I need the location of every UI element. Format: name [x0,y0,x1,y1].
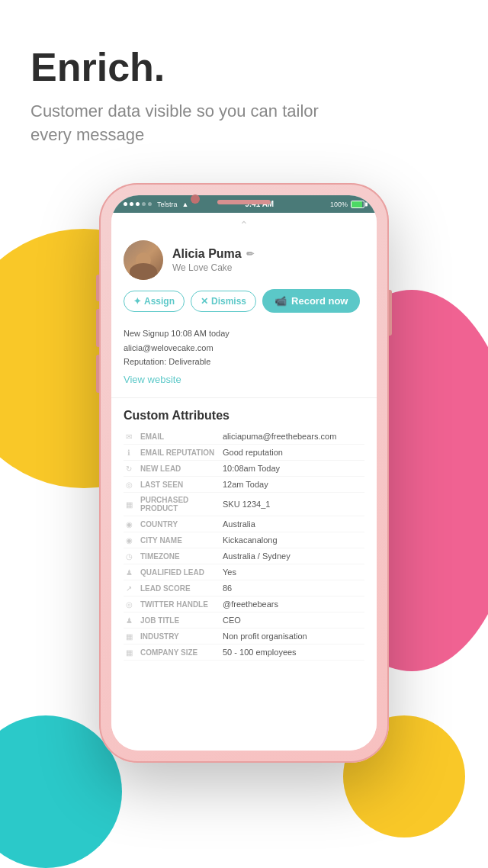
phone-volume-down-button [96,355,99,393]
contact-name: Alicia Puma ✏ [172,247,364,261]
attribute-icon: ◎ [124,600,134,609]
avatar-image [124,240,163,280]
attribute-label: CITY NAME [140,536,217,545]
status-left: Telstra ▲ [124,201,188,208]
attribute-label: LAST SEEN [140,481,217,489]
record-icon: 📹 [274,295,287,307]
attribute-icon: ℹ [124,448,134,457]
attributes-list: ✉ EMAIL aliciapuma@freethebears.com ℹ EM… [124,429,364,661]
attribute-row: ↗ LEAD SCORE 86 [124,580,364,596]
battery-icon [351,201,364,208]
edit-icon[interactable]: ✏ [246,249,254,259]
chevron-up-icon[interactable]: ⌃ [111,213,377,234]
view-website-link[interactable]: View website [124,374,364,385]
phone-screen: Telstra ▲ 9:41 AM 100% ⌃ [111,195,377,751]
attribute-icon: ◎ [124,481,134,489]
avatar [124,240,163,280]
attribute-icon: ♟ [124,568,134,577]
attribute-label: LEAD SCORE [140,584,217,593]
contact-header: Alicia Puma ✏ We Love Cake [111,234,377,289]
record-button[interactable]: 📹 Record now [262,289,360,313]
attribute-label: INDUSTRY [140,632,217,641]
attribute-value: Australia / Sydney [223,551,364,561]
attribute-value: Non profit organisation [223,632,364,641]
attribute-label: TIMEZONE [140,552,217,561]
assign-icon: ✦ [133,296,141,307]
carrier-label: Telstra [157,201,178,208]
attribute-row: ▦ PURCHASED PRODUCT SKU 1234_1 [124,493,364,516]
custom-attributes-section: Custom Attributes ✉ EMAIL aliciapuma@fre… [111,404,377,661]
attribute-label: NEW LEAD [140,465,217,473]
attribute-value: CEO [223,616,364,625]
attribute-label: JOB TITLE [140,616,217,625]
section-divider [111,397,377,398]
attribute-row: ♟ JOB TITLE CEO [124,612,364,628]
status-right: 100% [330,201,364,208]
attribute-value: SKU 1234_1 [223,500,364,509]
attribute-row: ℹ EMAIL REPUTATION Good reputation [124,445,364,461]
attribute-row: ◉ CITY NAME Kickacanalong [124,532,364,548]
app-content: ⌃ Alicia Puma ✏ We Love Cake [111,213,377,751]
info-section: New Signup 10:08 AM today alicia@welovec… [111,323,377,391]
attribute-label: TWITTER HANDLE [140,600,217,609]
hero-section: Enrich. Customer data visible so you can… [0,0,488,162]
attribute-label: PURCHASED PRODUCT [140,496,217,513]
attribute-value: Australia [223,519,364,529]
attribute-row: ♟ QUALIFIED LEAD Yes [124,564,364,580]
phone-camera [191,194,200,204]
custom-attributes-title: Custom Attributes [124,409,364,423]
attribute-value: 10:08am Today [223,464,364,473]
signal-dot-5 [148,202,152,206]
attribute-row: ◉ COUNTRY Australia [124,516,364,532]
phone-mute-button [96,275,99,301]
attribute-value: 12am Today [223,480,364,489]
attribute-row: ▦ COMPANY SIZE 50 - 100 employees [124,645,364,661]
attribute-label: EMAIL REPUTATION [140,448,217,457]
dismiss-button[interactable]: ✕ Dismiss [191,291,256,312]
battery-percentage: 100% [330,201,348,208]
attribute-icon: ♟ [124,616,134,625]
attribute-label: COUNTRY [140,520,217,529]
signal-dot-1 [124,202,127,206]
phone-power-button [389,290,392,336]
attribute-icon: ▦ [124,500,134,509]
signal-dot-3 [136,202,140,206]
attribute-row: ✉ EMAIL aliciapuma@freethebears.com [124,429,364,445]
hero-subtitle: Customer data visible so you can tailor … [30,100,320,147]
phone-volume-up-button [96,309,99,347]
attribute-value: Good reputation [223,448,364,457]
attribute-label: QUALIFIED LEAD [140,568,217,577]
attribute-icon: ▦ [124,632,134,641]
attribute-icon: ✉ [124,432,134,441]
signal-dot-4 [142,202,146,206]
attribute-icon: ◉ [124,536,134,545]
phone-speaker [217,200,271,204]
reputation-line: Reputation: Deliverable [124,355,364,369]
attribute-value: @freethebears [223,600,364,609]
attribute-row: ◎ LAST SEEN 12am Today [124,477,364,493]
attribute-label: EMAIL [140,432,217,441]
attribute-value: aliciapuma@freethebears.com [223,432,364,441]
phone-body: Telstra ▲ 9:41 AM 100% ⌃ [99,183,389,763]
attribute-icon: ▦ [124,648,134,657]
attribute-row: ◎ TWITTER HANDLE @freethebears [124,596,364,612]
signup-text: New Signup 10:08 AM today [124,326,364,341]
assign-button[interactable]: ✦ Assign [124,291,185,312]
attribute-value: Yes [223,567,364,577]
attribute-label: COMPANY SIZE [140,648,217,657]
action-buttons: ✦ Assign ✕ Dismiss 📹 Record now [111,289,377,323]
contact-company: We Love Cake [172,262,364,273]
attribute-value: 50 - 100 employees [223,648,364,657]
contact-info: Alicia Puma ✏ We Love Cake [172,247,364,273]
attribute-value: 86 [223,583,364,593]
attribute-row: ↻ NEW LEAD 10:08am Today [124,461,364,477]
signal-dot-2 [130,202,133,206]
attribute-row: ▦ INDUSTRY Non profit organisation [124,628,364,645]
phone-mockup: Telstra ▲ 9:41 AM 100% ⌃ [99,183,389,763]
attribute-row: ◷ TIMEZONE Australia / Sydney [124,548,364,564]
attribute-value: Kickacanalong [223,535,364,545]
wifi-icon: ▲ [182,201,189,208]
email-line: alicia@welovecake.com [124,341,364,355]
hero-title: Enrich. [30,46,458,89]
attribute-icon: ◷ [124,552,134,561]
